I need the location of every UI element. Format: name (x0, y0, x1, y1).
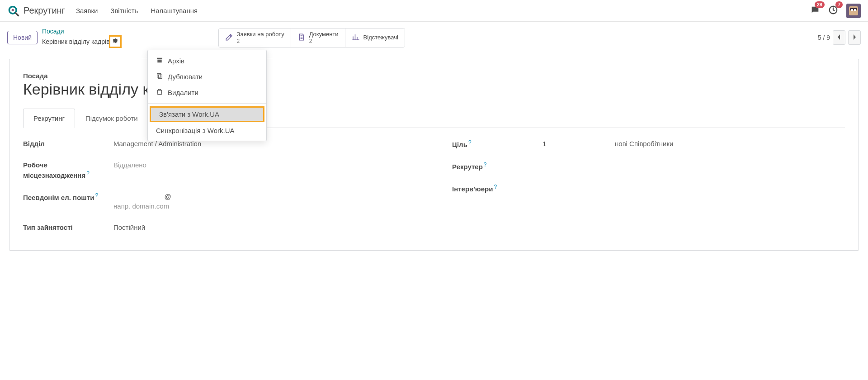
stat-trackers-label: Відстежувачі (363, 34, 398, 41)
activities-button[interactable]: 7 (828, 5, 838, 16)
field-work-location-label-text: Робоче місцезнаходження (23, 161, 85, 179)
form-grid: Відділ Management / Administration Робоч… (23, 139, 845, 232)
activities-badge: 7 (835, 1, 843, 8)
archive-icon (156, 57, 163, 65)
pager-sep: / (823, 34, 825, 41)
record-sheet: Посада Керівник відділу кадрів Рекрутинг… (9, 59, 859, 251)
field-employment-type-value[interactable]: Постійний (113, 223, 416, 232)
help-icon[interactable]: ? (95, 192, 98, 199)
nav-item-applications[interactable]: Заявки (76, 7, 98, 14)
app-title[interactable]: Рекрутинг (24, 5, 65, 16)
stat-applications-count: 2 (237, 38, 284, 44)
field-employment-type-label: Тип зайнятості (23, 223, 113, 232)
nav-item-reporting[interactable]: Звітність (110, 7, 138, 14)
menu-item-duplicate-label: Дублювати (168, 73, 203, 81)
field-recruiter: Рекрутер? (452, 161, 845, 171)
chevron-right-icon (852, 34, 857, 42)
document-icon (297, 33, 306, 43)
gear-button[interactable] (109, 35, 122, 48)
email-at-symbol: @ (113, 192, 222, 201)
stat-applications-label: Заявки на роботу (237, 31, 284, 38)
tabs: Рекрутинг Підсумок роботи (23, 108, 845, 128)
trash-icon (156, 88, 163, 97)
svg-line-2 (15, 13, 18, 15)
menu-item-link-workua-label: Зв'язати з Work.UA (159, 110, 219, 118)
field-target-label-text: Ціль (452, 141, 467, 148)
field-target-label: Ціль? (452, 139, 542, 149)
field-target: Ціль? 1 нові Співробітники (452, 139, 845, 149)
chevron-left-icon (837, 34, 841, 42)
breadcrumb-root-link[interactable]: Посади (42, 27, 122, 35)
help-icon[interactable]: ? (86, 170, 90, 176)
menu-item-delete-label: Видалити (168, 89, 198, 96)
menu-separator (148, 103, 266, 104)
messages-button[interactable]: 28 (810, 5, 820, 16)
menu-item-duplicate[interactable]: Дублювати (148, 69, 266, 85)
duplicate-icon (156, 72, 163, 81)
stat-documents-count: 2 (309, 38, 339, 44)
breadcrumb: Посади Керівник відділу кадрів (42, 27, 122, 48)
pager-prev-button[interactable] (833, 30, 845, 45)
bar-chart-icon (352, 33, 360, 43)
record-title-label: Посада (23, 72, 845, 80)
field-interviewers-label-text: Інтерв'юери (452, 185, 493, 193)
record-title[interactable]: Керівник відділу кадрів (23, 81, 845, 98)
menu-item-link-workua[interactable]: Зв'язати з Work.UA (150, 106, 264, 122)
help-icon[interactable]: ? (494, 184, 497, 190)
gear-icon (112, 37, 119, 46)
pager-total: 9 (826, 34, 830, 41)
field-target-value[interactable]: 1 (542, 139, 597, 148)
stat-trackers-button[interactable]: Відстежувачі (345, 28, 405, 47)
svg-rect-7 (851, 9, 853, 11)
menu-item-archive[interactable]: Архів (148, 53, 266, 69)
field-work-location: Робоче місцезнаходження? Віддалено (23, 160, 416, 180)
new-button[interactable]: Новий (7, 31, 38, 44)
stat-applications-button[interactable]: Заявки на роботу 2 (219, 28, 291, 47)
menu-item-sync-workua[interactable]: Синхронізація з Work.UA (148, 123, 266, 138)
menu-item-sync-workua-label: Синхронізація з Work.UA (156, 127, 235, 134)
menu-item-delete[interactable]: Видалити (148, 85, 266, 100)
gear-dropdown: Архів Дублювати Видалити Зв'язати з Work… (147, 50, 267, 141)
form-right-column: Ціль? 1 нові Співробітники Рекрутер? Інт… (452, 139, 845, 232)
nav-item-configuration[interactable]: Налаштування (151, 7, 198, 14)
field-target-value-row: 1 нові Співробітники (542, 139, 845, 148)
stat-button-group: Заявки на роботу 2 Документи 2 Відстежув… (218, 28, 405, 48)
pager-position[interactable]: 5 / 9 (818, 34, 830, 41)
field-email-alias-label: Псевдонім ел. пошти? (23, 192, 113, 202)
field-work-location-value[interactable]: Віддалено (113, 160, 416, 170)
menu-item-archive-label: Архів (168, 57, 184, 65)
field-interviewers: Інтерв'юери? (452, 183, 845, 194)
tab-work-summary[interactable]: Підсумок роботи (75, 109, 148, 128)
stat-documents-button[interactable]: Документи 2 (291, 28, 345, 47)
tab-recruiting[interactable]: Рекрутинг (23, 109, 75, 128)
pager-pos: 5 (818, 34, 821, 41)
pencil-icon (225, 33, 233, 43)
svg-rect-9 (157, 74, 161, 77)
field-email-alias-label-text: Псевдонім ел. пошти (23, 194, 94, 201)
svg-point-1 (12, 9, 14, 11)
field-department-label: Відділ (23, 139, 113, 148)
topnav-right: 28 7 (810, 4, 861, 18)
breadcrumb-current: Керівник відділу кадрів (42, 38, 110, 46)
top-nav: Рекрутинг Заявки Звітність Налаштування … (0, 0, 868, 22)
field-work-location-label: Робоче місцезнаходження? (23, 160, 113, 180)
nav-items: Заявки Звітність Налаштування (76, 7, 198, 14)
field-employment-type: Тип зайнятості Постійний (23, 223, 416, 232)
help-icon[interactable]: ? (484, 162, 487, 168)
help-icon[interactable]: ? (468, 139, 472, 146)
user-avatar[interactable] (846, 4, 861, 18)
field-email-alias-value[interactable]: @ напр. domain.com (113, 192, 416, 211)
field-recruiter-label-text: Рекрутер (452, 163, 483, 171)
field-recruiter-label: Рекрутер? (452, 161, 542, 171)
stat-documents-label: Документи (309, 31, 339, 38)
pager-next-button[interactable] (848, 30, 861, 45)
svg-rect-10 (158, 75, 162, 78)
control-row: Новий Посади Керівник відділу кадрів Зая… (0, 22, 868, 50)
field-interviewers-label: Інтерв'юери? (452, 183, 542, 194)
field-target-suffix: нові Співробітники (615, 139, 673, 148)
svg-rect-8 (854, 9, 856, 11)
pager: 5 / 9 (818, 30, 861, 45)
email-domain-placeholder[interactable]: напр. domain.com (113, 201, 416, 211)
form-left-column: Відділ Management / Administration Робоч… (23, 139, 416, 232)
field-email-alias: Псевдонім ел. пошти? @ напр. domain.com (23, 192, 416, 211)
